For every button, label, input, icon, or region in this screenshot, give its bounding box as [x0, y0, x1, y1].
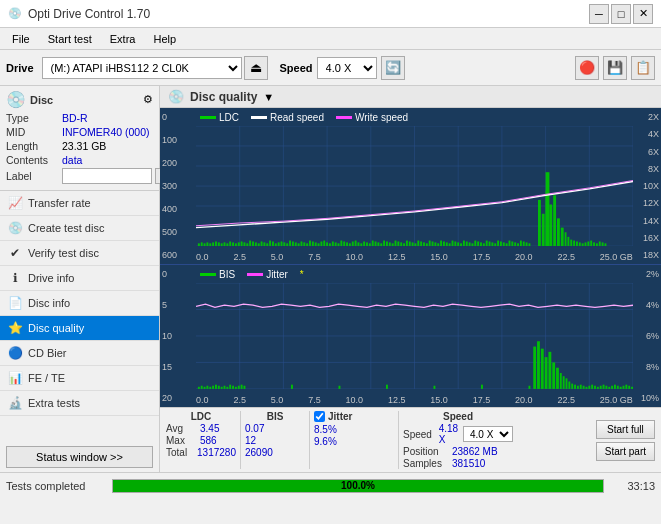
svg-rect-200: [552, 363, 555, 389]
minimize-button[interactable]: ─: [589, 4, 609, 24]
svg-rect-33: [244, 242, 246, 246]
chart2-y-right: 10% 8% 6% 4% 2%: [633, 265, 661, 407]
svg-rect-132: [526, 242, 528, 246]
disc-icon: 💿: [6, 90, 26, 109]
sidebar-item-label: Disc quality: [28, 322, 84, 334]
status-window-button[interactable]: Status window >>: [6, 446, 153, 468]
sidebar-item-fe-te[interactable]: 📊 FE / TE: [0, 366, 159, 391]
svg-rect-50: [292, 241, 294, 246]
drive-eject-button[interactable]: ⏏: [244, 56, 268, 80]
drive-combo[interactable]: (M:) ATAPI iHBS112 2 CL0K: [42, 57, 242, 79]
jitter-asterisk: *: [300, 269, 304, 280]
svg-rect-137: [549, 205, 552, 247]
svg-rect-81: [380, 243, 382, 246]
sidebar-item-create-test-disc[interactable]: 💿 Create test disc: [0, 216, 159, 241]
divider-2: [309, 411, 310, 469]
svg-rect-94: [417, 241, 419, 247]
jitter-checkbox[interactable]: [314, 411, 325, 422]
toolbar-btn-3[interactable]: 📋: [631, 56, 655, 80]
svg-rect-177: [212, 386, 214, 389]
svg-rect-116: [480, 242, 482, 246]
menu-extra[interactable]: Extra: [102, 31, 144, 47]
svg-rect-143: [570, 240, 572, 246]
svg-rect-107: [454, 241, 456, 246]
position-label: Position: [403, 446, 448, 457]
svg-rect-214: [594, 386, 596, 389]
chart1-y-right: 18X 16X 14X 12X 10X 8X 6X 4X 2X: [633, 108, 661, 264]
disc-settings-icon[interactable]: ⚙: [143, 93, 153, 106]
disc-type-value: BD-R: [62, 112, 88, 124]
sidebar-item-extra-tests[interactable]: 🔬 Extra tests: [0, 391, 159, 416]
svg-rect-115: [477, 241, 479, 246]
start-full-button[interactable]: Start full: [596, 420, 655, 439]
disc-label-input[interactable]: [62, 168, 152, 184]
svg-rect-201: [556, 368, 559, 389]
svg-rect-206: [571, 384, 573, 389]
svg-rect-32: [241, 241, 243, 246]
svg-rect-28: [229, 241, 231, 246]
sidebar-item-drive-info[interactable]: ℹ Drive info: [0, 266, 159, 291]
bis-total-row: 26090: [245, 447, 305, 458]
svg-rect-73: [358, 242, 360, 246]
svg-rect-182: [226, 387, 228, 389]
sidebar-item-label: CD Bier: [28, 347, 67, 359]
sidebar-item-transfer-rate[interactable]: 📈 Transfer rate: [0, 191, 159, 216]
toolbar-btn-1[interactable]: 🔴: [575, 56, 599, 80]
label-input-area: ▶: [62, 168, 173, 184]
svg-rect-130: [520, 241, 522, 247]
sidebar-item-cd-bier[interactable]: 🔵 CD Bier: [0, 341, 159, 366]
sidebar-item-verify-test-disc[interactable]: ✔ Verify test disc: [0, 241, 159, 266]
svg-rect-193: [481, 385, 483, 389]
svg-rect-222: [617, 386, 619, 389]
maximize-button[interactable]: □: [611, 4, 631, 24]
legend-jitter: Jitter: [247, 269, 288, 280]
position-row: Position 23862 MB: [403, 446, 513, 457]
status-text: Tests completed: [6, 480, 106, 492]
refresh-button[interactable]: 🔄: [381, 56, 405, 80]
svg-rect-18: [201, 242, 203, 246]
toolbar-btn-2[interactable]: 💾: [603, 56, 627, 80]
status-time: 33:13: [610, 480, 655, 492]
svg-rect-122: [497, 241, 499, 247]
menu-file[interactable]: File: [4, 31, 38, 47]
menu-help[interactable]: Help: [145, 31, 184, 47]
svg-rect-173: [201, 386, 203, 389]
svg-rect-204: [566, 378, 568, 389]
jitter-header: Jitter: [328, 411, 352, 422]
sidebar-item-label: Drive info: [28, 272, 74, 284]
svg-rect-196: [537, 341, 540, 389]
stats-bis-col: BIS 0.07 12 26090: [245, 411, 305, 469]
bis-max-row: 12: [245, 435, 305, 446]
start-part-button[interactable]: Start part: [596, 442, 655, 461]
action-section: Start full Start part: [596, 411, 655, 469]
svg-rect-111: [466, 241, 468, 246]
svg-rect-64: [332, 241, 334, 246]
speed-stat-combo[interactable]: 4.0 X: [463, 426, 513, 442]
menu-start-test[interactable]: Start test: [40, 31, 100, 47]
svg-rect-217: [603, 385, 605, 389]
sidebar-item-disc-quality[interactable]: ⭐ Disc quality: [0, 316, 159, 341]
chart1-svg: [196, 126, 633, 246]
jitter-avg-row: 8.5%: [314, 424, 394, 435]
bis-header: BIS: [245, 411, 305, 422]
divider-1: [240, 411, 241, 469]
chart-bis: BIS Jitter * 20 15 10 5 0: [160, 265, 661, 407]
svg-rect-36: [252, 241, 254, 246]
samples-value: 381510: [452, 458, 485, 469]
disc-mid-value: INFOMER40 (000): [62, 126, 150, 138]
disc-type-label: Type: [6, 112, 58, 124]
progress-bar-container: 100.0%: [112, 479, 604, 493]
sidebar-item-disc-info[interactable]: 📄 Disc info: [0, 291, 159, 316]
svg-rect-124: [503, 242, 505, 246]
speed-combo[interactable]: 4.0 X: [317, 57, 377, 79]
disc-info-icon: 📄: [8, 296, 22, 310]
chart2-y-left: 20 15 10 5 0: [160, 265, 196, 407]
svg-rect-42: [269, 241, 271, 247]
close-button[interactable]: ✕: [633, 4, 653, 24]
svg-rect-65: [335, 242, 337, 246]
disc-type-row: Type BD-R: [6, 112, 153, 124]
svg-rect-85: [392, 243, 394, 246]
disc-quality-settings-icon[interactable]: ▼: [263, 91, 274, 103]
svg-rect-55: [306, 243, 308, 246]
speed-section-header: Speed: [403, 411, 513, 422]
